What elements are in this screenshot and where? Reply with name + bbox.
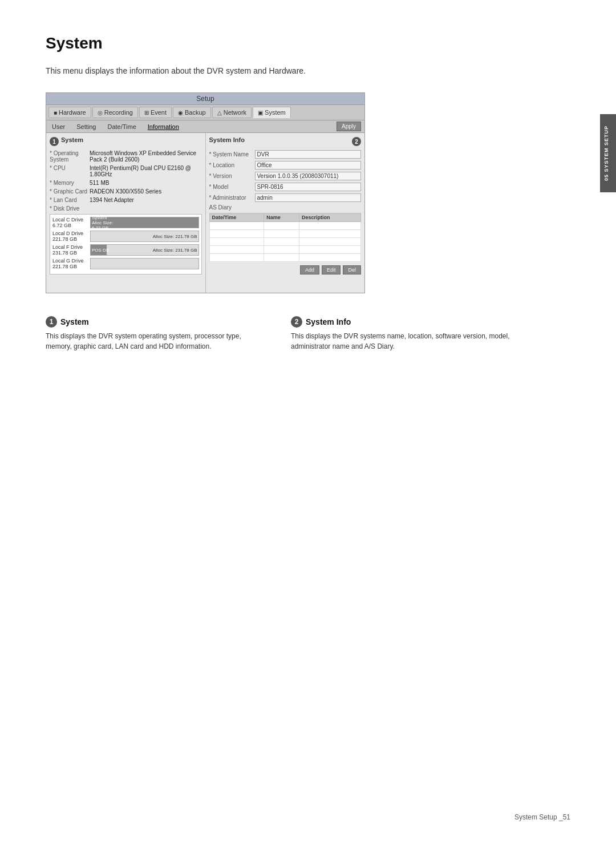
info-row-version: Version [209,172,362,180]
annotation-1-header: 1 System [46,316,268,328]
side-tab: 05 SYSTEM SETUP [600,114,616,192]
hardware-icon: ■ [54,110,57,116]
disk-g: Local G Drive221.78 GB [52,258,199,269]
sys-row-os: Operating System Microsoft Windows XP Em… [50,150,202,163]
disk-f-label: Local F Drive231.78 GB [52,244,87,256]
cpu-label: CPU [50,165,90,171]
version-input[interactable] [255,172,362,180]
add-button[interactable]: Add [300,265,319,274]
subtab-setting[interactable]: Setting [74,122,98,131]
disk-f-bar: POS DB Alloc Size: 231.78 GB [90,244,199,256]
disk-f-text: POS DB [91,248,109,253]
tab-hardware[interactable]: ■ Hardware [48,107,91,118]
disk-g-bar [90,258,199,269]
info-panel-title: System Info [209,136,245,143]
setup-tabs: ■ Hardware ◎ Recording ⊞ Event ◉ Backup … [46,105,364,120]
system-panel: 1 System Operating System Microsoft Wind… [46,133,206,293]
table-row [209,222,361,230]
page-description: This menu displays the information about… [46,66,513,75]
table-row [209,230,361,238]
setup-subtabs: User Setting Date/Time Information Apply [46,120,364,133]
page-footer: System Setup _51 [514,813,570,821]
backup-icon: ◉ [178,110,183,116]
info-panel: System Info 2 System Name Location Versi… [206,133,365,293]
annotation-1-title: System [60,317,89,326]
tab-recording[interactable]: ◎ Recording [92,107,138,118]
sys-row-disk: Disk Drive [50,205,202,212]
annotation-2-text: This displays the DVR systems name, loca… [291,331,513,352]
model-label: Model [209,184,255,190]
table-row [209,246,361,254]
subtab-user[interactable]: User [50,122,67,131]
apply-button[interactable]: Apply [337,122,361,131]
annotation-badge-1: 1 [46,316,57,328]
badge-2: 2 [352,137,361,146]
event-icon: ⊞ [144,110,149,116]
disk-label: Disk Drive [50,205,90,212]
annotation-2-title: System Info [306,317,351,326]
subtab-information[interactable]: Information [145,122,181,131]
disk-d-bar: Alloc Size: 221.78 GB [90,231,199,242]
as-diary-table: Date/Time Name Description [209,213,362,262]
annotation-section: 1 System This displays the DVR system op… [46,316,513,352]
edit-button[interactable]: Edit [322,265,341,274]
del-button[interactable]: Del [343,265,361,274]
tab-network[interactable]: △ Network [212,107,252,118]
graphic-value: RADEON X300/X550 Series [90,188,202,195]
tab-backup-label: Backup [185,109,206,116]
admin-label: Administrator [209,195,255,201]
tab-system[interactable]: ▣ System [253,107,291,118]
subtab-datetime[interactable]: Date/Time [105,122,138,131]
tab-network-label: Network [224,109,246,116]
setup-body: 1 System Operating System Microsoft Wind… [46,133,364,293]
col-name: Name [264,213,299,222]
location-label: Location [209,162,255,168]
page-title: System [46,34,513,53]
info-row-sysname: System Name [209,150,362,159]
disk-c-label: Local C Drive6.72 GB [52,217,87,228]
sys-row-cpu: CPU Intel(R) Pentium(R) Dual CPU E2160 @… [50,165,202,177]
tab-recording-label: Recording [104,109,133,116]
disk-c-text: SystemAlloc Size:6.72 GB [91,215,113,231]
disk-d-alloc: Alloc Size: 221.78 GB [153,234,197,239]
os-value: Microsoft Windows XP Embedded Service Pa… [90,150,202,163]
annotation-1-text: This displays the DVR system operating s… [46,331,268,352]
sysname-input[interactable] [255,150,362,159]
annotation-1: 1 System This displays the DVR system op… [46,316,268,352]
disk-c-bar: SystemAlloc Size:6.72 GB [90,217,199,228]
lan-value: 1394 Net Adapter [90,197,202,203]
annotation-2: 2 System Info This displays the DVR syst… [291,316,513,352]
badge-1: 1 [50,137,59,146]
tab-hardware-label: Hardware [59,109,86,116]
col-datetime: Date/Time [209,213,264,222]
cpu-value: Intel(R) Pentium(R) Dual CPU E2160 @ 1.8… [90,165,202,177]
sysname-label: System Name [209,151,255,158]
tab-event[interactable]: ⊞ Event [139,107,172,118]
as-diary-label: AS Diary [209,204,362,211]
disk-d: Local D Drive221.78 GB Alloc Size: 221.7… [52,231,199,242]
col-description: Description [299,213,361,222]
sys-row-graphic: Graphic Card RADEON X300/X550 Series [50,188,202,195]
admin-input[interactable] [255,193,362,202]
disk-c: Local C Drive6.72 GB SystemAlloc Size:6.… [52,217,199,228]
model-input[interactable] [255,183,362,191]
info-row-model: Model [209,183,362,191]
system-icon: ▣ [258,110,263,116]
tab-system-label: System [265,109,286,116]
memory-value: 511 MB [90,180,202,186]
disk-f: Local F Drive231.78 GB POS DB Alloc Size… [52,244,199,256]
network-icon: △ [217,110,222,116]
location-input[interactable] [255,161,362,169]
table-row [209,238,361,246]
annotation-badge-2: 2 [291,316,302,328]
graphic-label: Graphic Card [50,188,90,195]
lan-label: Lan Card [50,197,90,203]
system-panel-title: System [61,136,83,143]
recording-icon: ◎ [98,110,103,116]
disk-d-label: Local D Drive221.78 GB [52,231,87,242]
disk-f-alloc: Alloc Size: 231.78 GB [153,248,197,253]
tab-backup[interactable]: ◉ Backup [173,107,211,118]
sys-row-memory: Memory 511 MB [50,180,202,186]
disk-g-label: Local G Drive221.78 GB [52,258,87,269]
as-diary-buttons: Add Edit Del [209,265,362,274]
